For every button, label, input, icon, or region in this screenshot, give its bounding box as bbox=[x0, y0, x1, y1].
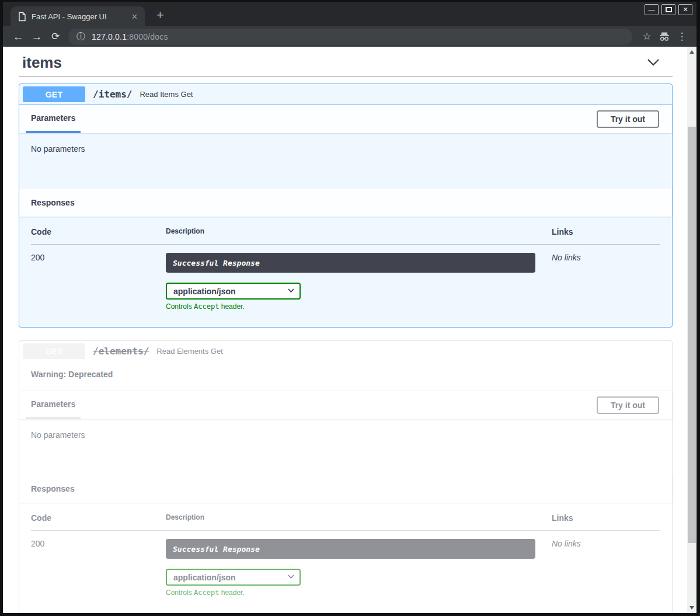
response-description: Successful Response bbox=[166, 539, 535, 559]
method-badge: GET bbox=[23, 86, 85, 102]
column-header-links: Links bbox=[552, 513, 660, 531]
browser-toolbar: ← → ⟳ ⓘ 127.0.0.1:8000/docs ☆ ⋮ bbox=[3, 26, 696, 47]
responses-title: Responses bbox=[26, 484, 75, 493]
tag-section-header-items[interactable]: items bbox=[19, 54, 673, 71]
responses-table-head: Code Description Links bbox=[31, 513, 660, 531]
try-it-out-button[interactable]: Try it out bbox=[597, 396, 659, 414]
accept-note-code: Accept bbox=[194, 589, 219, 597]
maximize-icon bbox=[666, 7, 672, 12]
section-divider bbox=[19, 76, 673, 76]
tab-close-icon[interactable]: ✕ bbox=[129, 12, 140, 21]
forward-icon[interactable]: → bbox=[27, 30, 46, 43]
opblock-get-items: GET /items/ Read Items Get Parameters Tr… bbox=[19, 83, 673, 328]
method-badge: GET bbox=[23, 343, 85, 359]
media-type-select-wrap: application/json bbox=[166, 569, 301, 586]
swagger-ui: items GET /items/ Read Items Get Paramet… bbox=[19, 47, 673, 613]
tab-strip: Fast API - Swagger UI ✕ + — ✕ bbox=[3, 2, 696, 26]
accept-header-note: Controls Accept header. bbox=[166, 589, 552, 597]
parameters-header: Parameters Try it out bbox=[19, 105, 672, 133]
response-code: 200 bbox=[31, 245, 166, 311]
response-row-200: 200 Successful Response application/json bbox=[31, 245, 660, 311]
deprecated-warning-wrap: Warning: Deprecated bbox=[19, 361, 672, 391]
maximize-button[interactable] bbox=[661, 4, 675, 15]
responses-body: Code Description Links 200 Successful Re… bbox=[19, 217, 672, 327]
endpoint-path: /items/ bbox=[93, 89, 132, 100]
column-header-description: Description bbox=[166, 227, 552, 245]
response-description-cell: Successful Response application/json bbox=[166, 245, 552, 311]
url-host: 127.0.0.1 bbox=[92, 32, 127, 41]
deprecated-warning: Warning: Deprecated bbox=[31, 370, 113, 379]
parameters-header: Parameters Try it out bbox=[19, 391, 672, 419]
incognito-icon bbox=[656, 32, 673, 42]
tab-parameters: Parameters bbox=[26, 391, 81, 419]
scrollbar-up-icon[interactable] bbox=[689, 50, 694, 54]
accept-note-suffix: header. bbox=[219, 589, 244, 597]
column-header-code: Code bbox=[31, 513, 166, 531]
responses-header: Responses bbox=[19, 475, 672, 503]
response-description-cell: Successful Response application/json bbox=[166, 531, 552, 597]
chevron-down-icon[interactable] bbox=[647, 58, 660, 67]
try-it-out-button[interactable]: Try it out bbox=[597, 110, 659, 128]
back-icon[interactable]: ← bbox=[9, 30, 27, 43]
deprecated-content: GET /elements/ Read Elements Get Warning… bbox=[19, 341, 672, 613]
document-icon bbox=[18, 12, 26, 22]
accept-note-prefix: Controls bbox=[166, 302, 194, 311]
column-header-links: Links bbox=[552, 227, 660, 245]
endpoint-summary: Read Elements Get bbox=[156, 347, 222, 356]
minimize-button[interactable]: — bbox=[645, 4, 659, 15]
accept-note-suffix: header. bbox=[219, 302, 244, 311]
responses-title: Responses bbox=[26, 198, 75, 207]
response-description: Successful Response bbox=[166, 253, 535, 273]
response-links: No links bbox=[552, 245, 660, 311]
no-parameters-text: No parameters bbox=[31, 144, 85, 154]
endpoint-path: /elements/ bbox=[93, 346, 149, 357]
page-title: items bbox=[22, 54, 62, 71]
responses-table-head: Code Description Links bbox=[31, 227, 660, 245]
media-type-select-wrap: application/json bbox=[166, 283, 301, 300]
page-content: items GET /items/ Read Items Get Paramet… bbox=[3, 47, 696, 613]
accept-header-note: Controls Accept header. bbox=[166, 302, 552, 311]
site-info-icon[interactable]: ⓘ bbox=[76, 31, 85, 42]
no-parameters-text: No parameters bbox=[31, 430, 85, 440]
browser-window: Fast API - Swagger UI ✕ + — ✕ ← → ⟳ ⓘ 12… bbox=[0, 0, 700, 616]
reload-icon[interactable]: ⟳ bbox=[46, 30, 65, 43]
accept-note-prefix: Controls bbox=[166, 589, 194, 597]
media-type-select[interactable]: application/json bbox=[166, 569, 301, 586]
response-code: 200 bbox=[31, 531, 166, 597]
scrollbar-down-icon[interactable] bbox=[689, 606, 694, 610]
url-text: 127.0.0.1:8000/docs bbox=[92, 32, 168, 41]
endpoint-summary: Read Items Get bbox=[140, 90, 193, 99]
media-type-row: application/json Controls Accept header. bbox=[166, 569, 552, 597]
window-close-button[interactable]: ✕ bbox=[678, 4, 692, 15]
parameters-body: No parameters bbox=[19, 419, 672, 475]
bookmark-star-icon[interactable]: ☆ bbox=[638, 30, 656, 43]
url-path: :8000/docs bbox=[127, 32, 168, 41]
tab-parameters: Parameters bbox=[26, 105, 81, 133]
response-links: No links bbox=[552, 531, 660, 597]
parameters-body: No parameters bbox=[19, 133, 672, 189]
new-tab-icon[interactable]: + bbox=[156, 9, 164, 22]
browser-tab[interactable]: Fast API - Swagger UI ✕ bbox=[11, 6, 145, 26]
column-header-code: Code bbox=[31, 227, 166, 245]
scrollbar-thumb[interactable] bbox=[688, 127, 696, 543]
address-bar[interactable]: ⓘ 127.0.0.1:8000/docs bbox=[68, 29, 632, 45]
opblock-summary[interactable]: GET /elements/ Read Elements Get bbox=[19, 341, 672, 361]
media-type-row: application/json Controls Accept header. bbox=[166, 283, 552, 311]
media-type-select[interactable]: application/json bbox=[166, 283, 301, 300]
tab-title: Fast API - Swagger UI bbox=[32, 12, 124, 21]
window-controls: — ✕ bbox=[645, 4, 692, 15]
responses-header: Responses bbox=[19, 189, 672, 217]
accept-note-code: Accept bbox=[194, 302, 219, 311]
opblock-get-elements-deprecated: GET /elements/ Read Elements Get Warning… bbox=[19, 340, 673, 613]
response-row-200: 200 Successful Response application/json bbox=[31, 531, 660, 597]
page-scrollbar[interactable] bbox=[687, 47, 696, 613]
browser-menu-icon[interactable]: ⋮ bbox=[673, 30, 691, 43]
responses-body: Code Description Links 200 Successful Re… bbox=[19, 503, 672, 613]
opblock-summary[interactable]: GET /items/ Read Items Get bbox=[19, 84, 672, 105]
column-header-description: Description bbox=[166, 513, 552, 531]
